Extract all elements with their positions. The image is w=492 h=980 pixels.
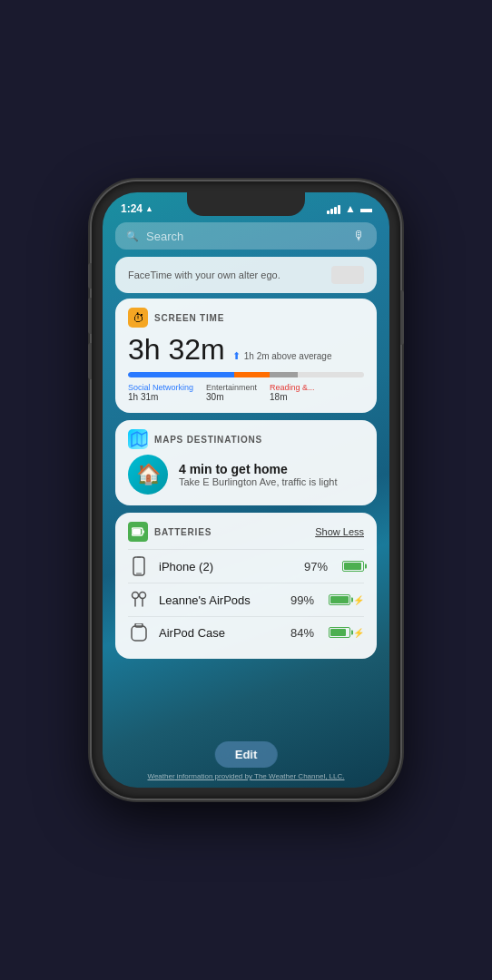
breakdown-reading-time: 18m	[270, 392, 315, 402]
battery-widget-icon	[128, 522, 148, 542]
airpods-icon	[128, 590, 150, 610]
batteries-title: BATTERIES	[154, 527, 212, 537]
search-input[interactable]: Search	[146, 230, 346, 243]
maps-home-subtitle: Take E Burlington Ave, traffic is light	[179, 476, 337, 487]
maps-home-title: 4 min to get home	[179, 462, 337, 476]
up-arrow-icon: ⬆	[232, 350, 241, 362]
batteries-header-left: BATTERIES	[128, 522, 212, 542]
phone-screen: 1:24 ▲ ▲ ▬ 🔍 Search 🎙	[103, 192, 389, 788]
maps-title: MAPS DESTINATIONS	[154, 435, 262, 445]
time-display: 1:24	[121, 202, 143, 215]
airpod-case-battery-indicator: ⚡	[329, 627, 364, 638]
facetime-snippet: FaceTime with your own alter ego.	[115, 257, 377, 293]
wifi-icon: ▲	[345, 202, 356, 215]
screen-time-icon: ⏱	[128, 308, 148, 328]
status-icons: ▲ ▬	[327, 201, 371, 215]
airpods-svg-icon	[131, 590, 147, 610]
svg-rect-14	[135, 623, 143, 627]
maps-text-container: 4 min to get home Take E Burlington Ave,…	[179, 462, 337, 487]
screen-time-widget: ⏱ SCREEN TIME 3h 32m ⬆ 1h 2m above avera…	[115, 299, 377, 413]
facetime-text: FaceTime with your own alter ego.	[128, 270, 280, 280]
screen-content: 1:24 ▲ ▲ ▬ 🔍 Search 🎙	[103, 192, 389, 788]
phone-frame: 1:24 ▲ ▲ ▬ 🔍 Search 🎙	[92, 181, 400, 799]
airpods-name: Leanne's AirPods	[159, 593, 281, 607]
battery-row-airpods: Leanne's AirPods 99% ⚡	[128, 583, 364, 616]
maps-header: MAPS DESTINATIONS	[128, 429, 364, 449]
mute-button	[88, 263, 92, 289]
svg-rect-4	[143, 531, 145, 534]
screen-time-breakdown: Social Networking 1h 31m Entertainment 3…	[128, 383, 364, 402]
volume-down-button	[88, 343, 92, 379]
maps-icon	[128, 429, 148, 449]
airpods-charging-icon: ⚡	[353, 595, 364, 605]
screen-time-header: ⏱ SCREEN TIME	[128, 308, 364, 328]
status-time: 1:24 ▲	[121, 202, 153, 215]
iphone-battery-indicator	[342, 561, 364, 572]
search-icon: 🔍	[126, 230, 139, 242]
breakdown-social: Social Networking 1h 31m	[128, 383, 193, 402]
edit-button-label: Edit	[235, 748, 258, 761]
svg-rect-13	[132, 626, 146, 641]
edit-button[interactable]: Edit	[215, 741, 278, 768]
airpod-case-battery-text: 84%	[290, 626, 314, 640]
iphone-battery-text: 97%	[304, 560, 328, 573]
batteries-header: BATTERIES Show Less	[128, 522, 364, 542]
screen-time-avg-text: 1h 2m above average	[244, 351, 332, 361]
progress-entertainment	[234, 372, 270, 377]
iphone-svg-icon	[133, 556, 145, 576]
search-bar[interactable]: 🔍 Search 🎙	[115, 222, 377, 250]
airpod-case-svg-icon	[131, 623, 147, 642]
breakdown-reading-label: Reading &...	[270, 383, 315, 392]
airpod-case-charging-icon: ⚡	[353, 628, 364, 638]
screen-time-title: SCREEN TIME	[154, 313, 224, 323]
progress-reading	[270, 372, 298, 377]
power-button	[400, 290, 404, 345]
battery-row-case: AirPod Case 84% ⚡	[128, 616, 364, 648]
svg-rect-6	[133, 557, 144, 575]
screen-time-avg: ⬆ 1h 2m above average	[232, 350, 332, 362]
show-less-button[interactable]: Show Less	[315, 526, 364, 537]
volume-up-button	[88, 298, 92, 334]
signal-bar-2	[330, 209, 333, 214]
batteries-widget: BATTERIES Show Less iPhone (2) 97%	[115, 513, 377, 659]
footer-text: Weather information provided by The Weat…	[103, 772, 389, 780]
breakdown-social-time: 1h 31m	[128, 392, 193, 402]
iphone-name: iPhone (2)	[159, 560, 295, 573]
location-icon: ▲	[145, 204, 153, 213]
footer-text-rest: information provided by The Weather Chan…	[175, 772, 345, 780]
signal-bar-3	[334, 207, 337, 214]
airpods-battery-text: 99%	[290, 593, 314, 607]
breakdown-social-label: Social Networking	[128, 383, 193, 392]
iphone-icon	[128, 556, 150, 576]
airpod-case-name: AirPod Case	[159, 626, 281, 640]
airpod-case-battery-fill	[330, 629, 346, 636]
airpods-battery-bar	[329, 594, 350, 605]
signal-bar-4	[338, 205, 340, 214]
signal-icon	[327, 203, 340, 214]
maps-svg-icon	[129, 430, 147, 448]
microphone-icon[interactable]: 🎙	[353, 229, 366, 243]
svg-rect-8	[137, 557, 141, 558]
airpods-battery-fill	[330, 596, 349, 603]
maps-content: 🏠 4 min to get home Take E Burlington Av…	[128, 455, 364, 495]
screen-time-progress-bar	[128, 372, 364, 377]
battery-status-icon: ▬	[360, 201, 371, 215]
screen-time-value: 3h 32m	[128, 333, 225, 367]
airpod-case-battery-bar	[329, 627, 350, 638]
battery-row-iphone: iPhone (2) 97%	[128, 549, 364, 583]
screen-time-main: 3h 32m ⬆ 1h 2m above average	[128, 333, 364, 367]
iphone-battery-fill	[344, 563, 361, 570]
airpods-battery-indicator: ⚡	[329, 594, 364, 605]
battery-svg-icon	[132, 527, 144, 536]
svg-marker-0	[132, 432, 147, 446]
progress-social	[128, 372, 234, 377]
airpod-case-icon	[128, 623, 150, 642]
signal-bar-1	[327, 211, 330, 214]
svg-point-11	[140, 593, 146, 599]
iphone-battery-bar	[342, 561, 364, 572]
weather-link[interactable]: Weather	[147, 772, 174, 780]
breakdown-entertainment-time: 30m	[206, 392, 257, 402]
breakdown-entertainment: Entertainment 30m	[206, 383, 257, 402]
maps-home-icon: 🏠	[128, 455, 168, 495]
notch	[187, 192, 305, 216]
